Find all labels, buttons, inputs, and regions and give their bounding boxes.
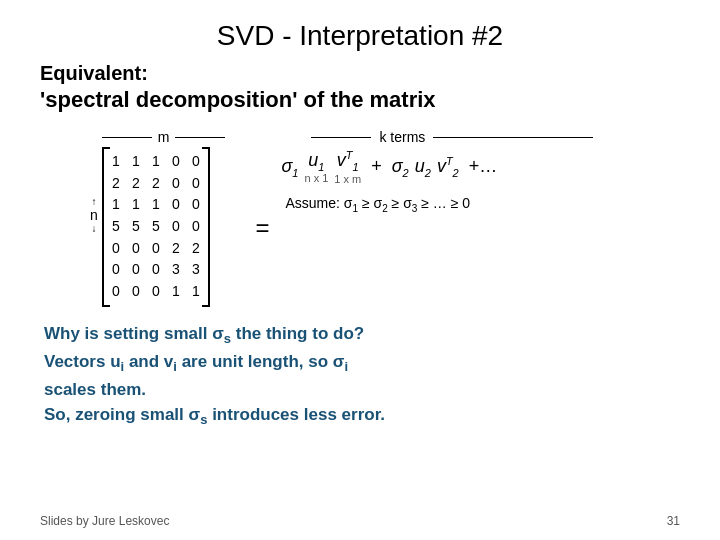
sigma2: σ2 xyxy=(392,156,409,179)
matrix-row: 22200 xyxy=(110,173,202,195)
assume-text: Assume: σ1 ≥ σ2 ≥ σ3 ≥ … ≥ 0 xyxy=(285,195,470,214)
u2-sym: u2 xyxy=(415,156,431,179)
u2-sub: 2 xyxy=(425,166,431,178)
m-label: m xyxy=(158,129,170,145)
matrix-row: 11100 xyxy=(110,194,202,216)
why-line4: So, zeroing small σs introduces less err… xyxy=(44,402,680,430)
v2T-sub: 2 xyxy=(453,167,459,179)
footer-right: 31 xyxy=(667,514,680,528)
m-line-left xyxy=(102,137,152,138)
terms-row: σ1 u1 n x 1 vT1 1 x m + σ2 u2 vT2 xyxy=(281,149,497,185)
why-line1: Why is setting small σs the thing to do? xyxy=(44,321,680,349)
plus-sign: + xyxy=(371,156,382,177)
equals-sign: = xyxy=(255,214,269,242)
sigma1-sub: 1 xyxy=(292,166,298,178)
slide-title: SVD - Interpretation #2 xyxy=(40,20,680,52)
m-line-right xyxy=(175,137,225,138)
onexm-label: 1 x m xyxy=(334,173,361,185)
matrix-block: m 11100 22200 11100 55500 00022 00033 00… xyxy=(102,129,226,307)
why-line3: scales them. xyxy=(44,377,680,403)
k-line-left xyxy=(311,137,371,138)
v1T-sup: T xyxy=(346,149,353,161)
u1-block: u1 n x 1 xyxy=(304,150,328,185)
rhs-block: k terms σ1 u1 n x 1 vT1 1 x m + xyxy=(281,129,593,213)
k-line-right xyxy=(433,137,593,138)
subtitle2: 'spectral decomposition' of the matrix xyxy=(40,87,680,113)
v2T-sup: T xyxy=(446,155,453,167)
u1-sub: 1 xyxy=(318,160,324,172)
sigma2-sub: 2 xyxy=(403,166,409,178)
slide: SVD - Interpretation #2 Equivalent: 'spe… xyxy=(0,0,720,540)
n-label: n xyxy=(90,207,98,223)
n-arrow-up: ↑ xyxy=(91,196,96,207)
v1T-sym: vT1 xyxy=(337,149,359,173)
nx1-label: n x 1 xyxy=(304,172,328,184)
ellipsis: +… xyxy=(469,156,498,177)
matrix-row: 00011 xyxy=(110,281,202,303)
matrix-row: 00022 xyxy=(110,238,202,260)
matrix: 11100 22200 11100 55500 00022 00033 0001… xyxy=(102,147,210,307)
subtitle1: Equivalent: xyxy=(40,62,680,85)
n-arrow-down: ↓ xyxy=(91,223,96,234)
matrix-row: 55500 xyxy=(110,216,202,238)
matrix-row: 11100 xyxy=(110,151,202,173)
u1-sym: u1 xyxy=(308,150,324,173)
bottom-section: Why is setting small σs the thing to do?… xyxy=(44,321,680,430)
v1T-block: vT1 1 x m xyxy=(334,149,361,185)
v1T-sub: 1 xyxy=(353,161,359,173)
why-line2: Vectors ui and vi are unit length, so σi xyxy=(44,349,680,377)
matrix-row: 00033 xyxy=(110,259,202,281)
k-terms-area: k terms xyxy=(311,129,593,145)
sigma1: σ1 xyxy=(281,156,298,179)
k-terms-label: k terms xyxy=(379,129,425,145)
footer: Slides by Jure Leskovec 31 xyxy=(0,514,720,528)
footer-left: Slides by Jure Leskovec xyxy=(40,514,169,528)
v2T-sym: vT2 xyxy=(437,155,459,179)
